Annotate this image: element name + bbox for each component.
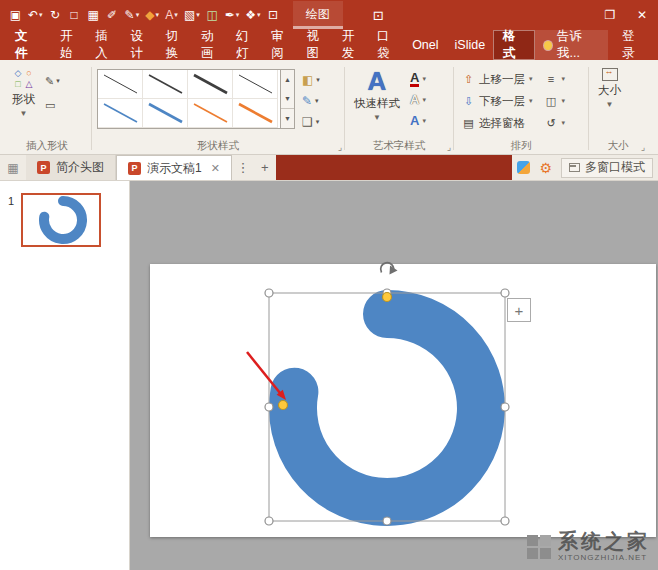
group-objects-button[interactable]: ◫ ▾ [542, 91, 569, 111]
tell-me-box[interactable]: 告诉我... [535, 30, 608, 60]
group-label: 形状样式 [92, 139, 344, 153]
group-wordart-styles: A 快速样式 ▼ A ▾ A ▾ A ▾ 艺术字样式 ⌟ [345, 63, 453, 154]
edit-shape-button[interactable]: ✎ ▾ [42, 71, 63, 91]
quick-insert-plus-button[interactable]: + [507, 298, 531, 322]
close-window-icon[interactable]: ✕ [626, 0, 658, 30]
rotate-handle[interactable] [381, 263, 398, 275]
shape-style-sample[interactable] [143, 70, 188, 99]
tab-开始[interactable]: 开始 [52, 28, 87, 62]
slide-thumbnail-selected[interactable] [21, 193, 101, 247]
text-effects-button[interactable]: A ▾ [408, 111, 428, 130]
block-arc-shape[interactable] [293, 314, 481, 502]
undo-icon[interactable]: ↶▾ [25, 2, 46, 28]
fill-color-icon[interactable]: ◆▾ [142, 2, 162, 28]
sign-in-button[interactable]: 登录 [608, 30, 658, 60]
plugin-icon[interactable] [517, 161, 530, 174]
tab-动画[interactable]: 动画 [193, 28, 228, 62]
chevron-down-icon: ▾ [315, 97, 319, 105]
tab-审阅[interactable]: 审阅 [263, 28, 298, 62]
textbox-icon[interactable]: ◫ [203, 2, 222, 28]
rotate-objects-button[interactable]: ↺ ▾ [542, 113, 569, 133]
powerpoint-window: ▣↶▾↻□▦✐✎▾◆▾A▾▧▾◫✒▾❖▾⊡ 绘图 ⊡ ❐ ✕ 文件 开始插入设计… [0, 0, 658, 570]
send-backward-button[interactable]: ⇩ 下移一层 ▾ [459, 91, 536, 111]
font-color-icon[interactable]: A▾ [162, 2, 181, 28]
chevron-down-icon: ▾ [422, 117, 426, 125]
tab-Onel[interactable]: Onel [404, 38, 446, 52]
restore-window-icon[interactable]: ❐ [594, 0, 626, 30]
tab-视图[interactable]: 视图 [299, 28, 334, 62]
send-backward-icon: ⇩ [462, 95, 475, 108]
dialog-launcher-icon[interactable]: ⌟ [447, 142, 451, 152]
display-mode-icon[interactable]: ⊡ [369, 2, 388, 28]
shape-style-sample[interactable] [188, 70, 233, 99]
multi-window-mode-button[interactable]: 多窗口模式 [561, 158, 653, 178]
pen-icon[interactable]: ✎▾ [122, 2, 143, 28]
multi-window-label: 多窗口模式 [585, 159, 645, 176]
shape-style-sample[interactable] [233, 99, 278, 128]
slide-number: 1 [8, 193, 14, 207]
shape-style-sample[interactable] [143, 99, 188, 128]
new-tab-icon[interactable]: + [254, 155, 276, 180]
bring-forward-button[interactable]: ⇧ 上移一层 ▾ [459, 69, 536, 89]
tab-幻灯[interactable]: 幻灯 [228, 28, 263, 62]
doc-tab-1[interactable]: P 简介头图 [26, 155, 116, 180]
chevron-down-icon: ▾ [316, 76, 320, 84]
dialog-launcher-icon[interactable]: ⌟ [641, 142, 645, 152]
chevron-down-icon: ▼ [606, 100, 614, 109]
quick-styles-button[interactable]: A 快速样式 ▼ [350, 65, 404, 125]
align-objects-icon: ≡ [545, 73, 558, 85]
watermark: 系统之家 XITONGZHIJIA.NET [527, 531, 650, 562]
brush-icon[interactable]: ✒▾ [222, 2, 243, 28]
tab-设计[interactable]: 设计 [123, 28, 158, 62]
shape-effects-button[interactable]: ❑ ▾ [300, 112, 322, 131]
align-objects-button[interactable]: ≡ ▾ [542, 69, 569, 89]
shape-fill-button[interactable]: ◧ ▾ [300, 70, 322, 89]
doc-tab-1-label: 简介头图 [56, 159, 104, 176]
tab-format-active[interactable]: 格式 [493, 30, 535, 60]
group-label: 艺术字样式 [345, 139, 453, 153]
text-fill-icon: A [410, 71, 419, 87]
shape-style-sample[interactable] [98, 99, 143, 128]
tab-开发[interactable]: 开发 [334, 28, 369, 62]
tab-插入[interactable]: 插入 [87, 28, 122, 62]
text-outline-button[interactable]: A ▾ [408, 90, 428, 109]
gallery-scroll-down-icon[interactable]: ▼ [281, 89, 294, 108]
tab-口袋[interactable]: 口袋 [369, 28, 404, 62]
shape-style-sample[interactable] [188, 99, 233, 128]
group-size: 大小 ▼ 大小 ⌟ [589, 63, 647, 154]
slide-canvas[interactable]: + 系统之家 XITONGZHIJIA.NET [130, 181, 658, 570]
tab-切换[interactable]: 切换 [158, 28, 193, 62]
table-icon[interactable]: ▦ [84, 2, 103, 28]
new-file-icon[interactable]: □ [65, 2, 84, 28]
shapes-icon[interactable]: ❖▾ [242, 2, 263, 28]
format-painter-icon[interactable]: ✐ [103, 2, 122, 28]
tab-options-icon[interactable]: ⋮ [232, 155, 254, 180]
gear-icon[interactable]: ⚙ [535, 155, 556, 180]
size-button[interactable]: 大小 ▼ [594, 65, 625, 112]
close-tab-icon[interactable]: ✕ [211, 162, 220, 175]
shape-style-sample[interactable] [98, 70, 143, 99]
watermark-logo-icon [527, 535, 551, 559]
slideshow-icon[interactable]: ⊡ [264, 2, 283, 28]
file-tab[interactable]: 文件 [0, 30, 52, 60]
qat: ▣↶▾↻□▦✐✎▾◆▾A▾▧▾◫✒▾❖▾⊡ [6, 2, 283, 28]
save-icon[interactable]: ▣ [6, 2, 25, 28]
gallery-scroll-up-icon[interactable]: ▲ [281, 70, 294, 89]
dialog-launcher-icon[interactable]: ⌟ [338, 142, 342, 152]
text-box-icon: ▭ [45, 99, 55, 112]
text-fill-button[interactable]: A ▾ [408, 69, 428, 88]
doc-tab-2-active[interactable]: P 演示文稿1 ✕ [116, 155, 232, 180]
shape-outline-button[interactable]: ✎ ▾ [300, 91, 322, 110]
selection-pane-button[interactable]: ▤ 选择窗格 [459, 113, 536, 133]
shape-style-sample[interactable] [233, 70, 278, 99]
redo-icon[interactable]: ↻ [46, 2, 65, 28]
quick-styles-icon: A [368, 68, 387, 94]
shapes-button[interactable]: ◇○ □△ 形状 ▼ [8, 65, 39, 121]
picture-icon[interactable]: ▧▾ [181, 2, 203, 28]
gallery-more-icon[interactable]: ▼ [281, 108, 294, 128]
text-box-button[interactable]: ▭ [42, 95, 63, 115]
contextual-tab-group-drawing-tools[interactable]: 绘图 [293, 1, 343, 29]
chevron-down-icon: ▾ [562, 75, 566, 83]
tab-bar-menu-icon[interactable]: ▦ [0, 155, 26, 180]
tab-iSlide[interactable]: iSlide [447, 38, 494, 52]
